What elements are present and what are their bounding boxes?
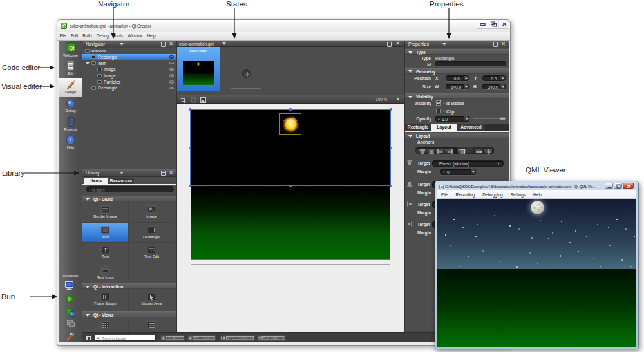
zoom-level[interactable]: 100 % [375,97,387,102]
navigator-close-icon[interactable]: ✕ [169,41,173,47]
visibility-eye-icon[interactable] [169,87,174,90]
add-state-icon[interactable] [242,69,251,78]
tab-rectangle[interactable]: Rectangle [405,124,431,131]
output-compile-output[interactable]: 4 Compile Output [257,335,285,342]
library-item-list-view[interactable] [129,318,175,332]
viewer-menu-debugging[interactable]: Debugging [478,192,506,197]
section-type[interactable]: Type [405,49,509,55]
visibility-eye-icon[interactable] [169,74,174,77]
selection-handle[interactable] [390,108,392,111]
section-qt-interaction[interactable]: Qt - Interaction [82,283,176,289]
library-split-icon[interactable] [161,171,166,176]
tab-layout[interactable]: Layout [431,124,457,131]
navigator-row-image2[interactable]: Image [82,73,176,79]
tab-dropdown-icon[interactable] [222,42,226,45]
clip-checkbox[interactable] [436,109,441,114]
section-qt-views[interactable]: Qt - Views [82,311,176,317]
viewer-titlebar[interactable]: C:/NokiaQtSDK/Examples/4.6/declarative/a… [437,183,637,190]
library-item-border-image[interactable]: Border Image [82,202,129,223]
minimize-button[interactable] [477,20,488,28]
selection-handle[interactable] [289,185,292,187]
sidebar-toggle-button[interactable] [86,336,91,341]
anchor-right-button[interactable] [444,148,453,154]
select-only-content-icon[interactable] [191,97,196,102]
navigator-row-item[interactable]: Item [82,60,176,66]
navigator-split-icon[interactable] [161,42,166,47]
mode-debug[interactable]: Debug [59,98,82,113]
selection-handle[interactable] [289,108,292,111]
h-input[interactable]: 240.0 [482,84,506,89]
menu-edit[interactable]: Edit [68,33,80,38]
section-layout[interactable]: Layout [405,133,509,138]
deploy-button[interactable] [59,320,82,328]
sun-image-item[interactable] [279,113,301,135]
properties-close-icon[interactable]: ✕ [501,41,506,47]
library-item-focus-scope[interactable]: Focus Scope [82,290,129,311]
anchor-top-button[interactable] [417,148,426,154]
viewer-menu-settings[interactable]: Settings [507,192,530,197]
library-item-grid-view[interactable] [82,318,129,332]
mode-projects[interactable]: Projects [59,116,82,131]
spinner-buttons-icon[interactable] [463,84,468,89]
mode-welcome[interactable]: Qt Welcome [59,42,82,57]
viewer-menu-help[interactable]: Help [529,192,545,197]
library-item-item[interactable]: Item [82,223,129,243]
editor-close-icon[interactable]: ✕ [395,41,400,46]
properties-split-icon[interactable] [493,42,498,47]
opacity-input[interactable]: 1.0 [435,116,469,122]
document-tab[interactable]: color-animation.qml [179,42,214,46]
menu-tools[interactable]: Tools [111,33,125,38]
section-geometry[interactable]: Geometry [405,68,509,74]
id-input[interactable] [435,61,506,67]
menu-file[interactable]: File [57,33,68,38]
navigator-row-image1[interactable]: Image [82,66,176,73]
library-item-rectangle[interactable]: Rectangle [129,223,175,243]
visibility-eye-icon[interactable] [169,80,174,84]
margin-input[interactable]: 0 [440,169,476,175]
library-tab-items[interactable]: Items [84,178,108,184]
viewer-minimize-button[interactable] [605,183,613,189]
creator-titlebar[interactable]: color-animation.qml - animation - Qt Cre… [57,20,510,32]
section-qt-basic[interactable]: Qt - Basic [82,196,176,201]
navigator-row-particles[interactable]: Particles [82,79,176,86]
anchor-vcenter-button[interactable] [484,148,493,154]
scene-ground-rectangle[interactable] [191,185,390,260]
menu-help[interactable]: Help [145,33,158,38]
menu-build[interactable]: Build [80,33,94,38]
viewer-menu-file[interactable]: File [437,192,451,197]
selection-handle[interactable] [189,185,191,187]
run-debug-button[interactable] [59,307,82,317]
run-button[interactable] [59,294,82,304]
is-visible-checkbox[interactable] [436,100,441,106]
mode-edit[interactable]: Edit [59,60,82,75]
maximize-button[interactable] [488,20,498,28]
section-visibility[interactable]: Visibility [405,93,509,99]
navigator-row-window[interactable]: window [82,48,176,54]
tab-advanced[interactable]: Advanced [457,124,485,131]
visibility-eye-icon[interactable] [169,55,174,59]
selection-handle[interactable] [390,185,392,187]
selection-handle[interactable] [189,108,191,111]
visibility-eye-icon[interactable] [169,62,174,65]
show-bounding-rect-icon[interactable] [200,97,205,102]
library-tab-resources[interactable]: Resources [108,178,134,184]
library-dropdown-icon[interactable] [120,172,124,174]
build-button[interactable] [59,331,82,341]
output-build-issues[interactable]: 1 Build Issues [160,335,185,342]
spinner-buttons-icon[interactable] [470,169,475,174]
viewer-menu-recording[interactable]: Recording [451,192,478,197]
w-input[interactable]: 640.0 [446,84,469,89]
spinner-buttons-icon[interactable] [464,116,469,122]
library-item-text[interactable]: T Text [82,243,129,263]
selection-tool-icon[interactable] [180,97,185,102]
viewer-close-button[interactable] [623,183,634,189]
editor-split-icon[interactable] [387,42,392,47]
mode-help[interactable]: ? Help [59,135,82,149]
selection-handle[interactable] [390,147,392,149]
expander-icon[interactable] [86,62,90,64]
base-state-thumbnail[interactable]: base state [177,47,220,91]
menu-window[interactable]: Window [126,33,145,38]
anchor-hcenter-button[interactable] [474,148,483,154]
y-input[interactable]: 0.0 [482,75,506,81]
spinner-buttons-icon[interactable] [500,76,505,80]
